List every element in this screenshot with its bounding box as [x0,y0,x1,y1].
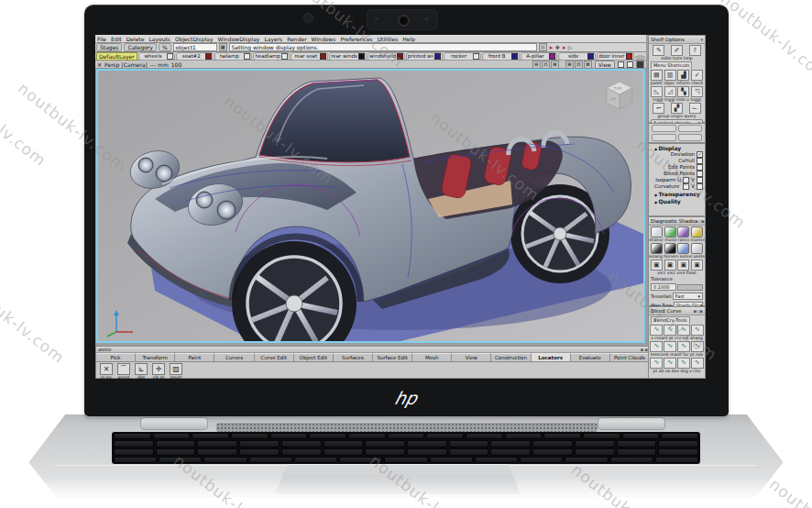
menu-preferences[interactable]: Preferences [340,36,372,42]
keyboard-key[interactable] [617,440,657,447]
layer-chip[interactable]: side [558,52,596,61]
layer-chip[interactable]: wheels [138,52,176,61]
keyboard-key[interactable] [658,448,698,456]
keyboard-key[interactable] [231,433,269,439]
vis-button-filest[interactable]: ▣ [691,260,703,271]
keyboard-key[interactable] [365,448,405,456]
blend-window-controls[interactable]: ▪◁▪ [693,307,703,315]
object-field[interactable]: object1 [173,43,217,51]
shelf-button[interactable] [652,125,676,132]
keyboard-key[interactable] [466,433,503,439]
blend-tool-icon[interactable]: ∿ [650,325,663,336]
tab-blendcrv-tools[interactable]: BlendCrv Tools [651,316,690,324]
tolerance-slider[interactable] [677,284,703,291]
keyboard-key[interactable] [490,440,531,447]
keyboard-key[interactable] [520,457,563,463]
layer-color-swatch[interactable] [434,53,441,60]
layer-color-swatch[interactable] [320,53,326,60]
shelf-icon-tutrs[interactable]: ✐ [671,45,683,56]
viewport-window-icons[interactable]: ⊟⊡⊞ [532,61,559,69]
keyboard-key[interactable] [324,448,364,456]
keyboard-key[interactable] [655,457,698,463]
viewport-layout-icons[interactable]: ⊞⊡⊠ [565,61,592,69]
tab-transform[interactable]: Transform [136,353,175,361]
shelf-tool-icon[interactable]: ▞ [671,103,683,114]
layer-color-swatch[interactable] [358,53,365,60]
layer-scroll-arrows[interactable]: ◁ ▷ [635,53,645,60]
shelf-title[interactable]: Shelf Options [651,36,685,43]
keyboard-key[interactable] [583,433,620,439]
shelf-button[interactable] [652,134,676,141]
keyboard-key[interactable] [449,440,489,447]
shelf-tool-icon[interactable]: ◹ [691,86,703,97]
keyboard-key[interactable] [114,448,154,456]
keyboard-key[interactable] [239,448,280,456]
tab-evaluate[interactable]: Evaluate [571,353,610,361]
layer-chip[interactable]: tailamp [214,52,252,61]
blend-tool-icon[interactable]: ∿ [664,358,676,369]
diag-shader-icon[interactable] [691,226,703,237]
tab-curves[interactable]: Curves [214,353,254,361]
view-checkbox[interactable] [618,61,624,68]
layer-chip[interactable]: seat#2 [176,52,214,61]
layer-chip[interactable]: printed windsh [406,52,444,61]
tessellation-select[interactable]: Fast▾ [673,293,703,300]
viewport-close-icon[interactable]: ✕ [97,61,102,68]
keyboard-key[interactable] [490,448,531,456]
menu-help[interactable]: Help [402,36,415,42]
keyboard-key[interactable] [407,440,447,447]
tab-locators[interactable]: Locators [532,353,571,361]
blend-tool-icon[interactable]: ∿ [664,325,676,336]
tool-clk-pt[interactable]: ✛clk pt [151,363,166,379]
display-checkbox[interactable] [697,183,703,190]
display-section-title[interactable]: Display [649,144,705,151]
blend-tool-icon[interactable]: ∿ [677,341,690,352]
keyboard[interactable] [112,432,700,464]
small-window-icon[interactable]: ▫ [539,43,547,51]
vis-button-vis1[interactable]: ▣ [651,260,663,271]
move-cursor-icon[interactable]: ✥ [555,44,560,50]
layer-checkbox[interactable] [244,53,250,60]
blend-tool-icon[interactable]: ∿ [691,358,704,369]
keyboard-key[interactable] [114,457,157,463]
view-button[interactable]: View [595,61,615,69]
keyboard-key[interactable] [192,433,229,439]
blend-title[interactable]: Blend Curve [651,307,682,315]
shelf-icon-edits[interactable]: ✎ [653,45,664,56]
display-checkbox[interactable] [697,158,703,164]
diag-shader-icon[interactable] [677,226,689,237]
pick-cursor-icon[interactable]: ➤ [549,44,554,50]
keyboard-key[interactable] [281,448,322,456]
layer-chip[interactable]: front B [482,52,520,61]
menu-file[interactable]: File [97,36,106,42]
layer-color-swatch[interactable] [549,53,555,60]
shelf-button[interactable] [678,125,703,132]
percent-button[interactable]: % [159,43,171,51]
display-checkbox[interactable]: ✓ [697,151,703,158]
keyboard-key[interactable] [475,457,518,463]
keyboard-key[interactable] [156,448,196,456]
blend-tool-icon[interactable]: ∿ [650,358,663,369]
keyboard-key[interactable] [407,448,447,456]
layer-chip[interactable]: door inner [597,52,634,61]
keyboard-key[interactable] [153,433,191,439]
layer-checkbox[interactable] [473,53,479,60]
keyboard-key[interactable] [249,457,292,463]
keyboard-key[interactable] [365,440,405,447]
corner-swatch[interactable] [636,61,644,69]
tool-zrevtr[interactable]: ▨zrevtr [169,363,183,379]
tab-surfaces[interactable]: Surfaces [334,353,373,361]
display-checkbox[interactable] [683,177,689,183]
shelf-tool-icon[interactable]: ▤ [651,70,663,81]
keyboard-key[interactable] [114,433,151,439]
tab-point-clouds[interactable]: Point Clouds [610,353,650,361]
shelf-tool-icon[interactable]: ▥ [664,70,676,81]
tab-object-edit[interactable]: Object Edit [294,353,334,361]
keyboard-key[interactable] [532,440,573,447]
vis-button-vis2[interactable]: ▣ [664,260,676,271]
menu-windowdisplay[interactable]: WindowDisplay [218,36,260,42]
keyboard-key[interactable] [309,433,346,439]
shelf-tool-icon[interactable]: ⌙ [689,103,701,114]
diag-title[interactable]: Diagnostic Shade [651,217,695,225]
keyboard-key[interactable] [388,433,425,439]
